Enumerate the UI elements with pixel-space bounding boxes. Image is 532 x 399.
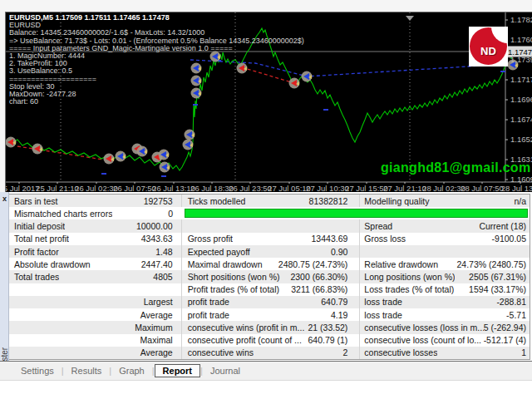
report-label: loss trade bbox=[360, 297, 402, 307]
report-row: Absolute drawdown2447.40Maximal drawdown… bbox=[9, 258, 530, 270]
report-label: Expected payoff bbox=[182, 247, 250, 257]
time-axis-label: 26 Jul 13:10 bbox=[152, 184, 195, 193]
report-row: Maximalconsecutive profit (count of ...6… bbox=[9, 334, 530, 347]
tab-settings[interactable]: Settings bbox=[13, 364, 62, 377]
report-value: 1.48 bbox=[155, 247, 180, 257]
report-row: Averageprofit trade4.19loss trade-5.71 bbox=[9, 308, 530, 321]
report-label: Short positions (won %) bbox=[182, 272, 280, 282]
report-cell-pair: Modelling qualityn/a bbox=[359, 195, 530, 207]
report-cell-pair: Long positions (won %)2505 (67.31%) bbox=[359, 270, 530, 283]
report-value: 4.19 bbox=[331, 310, 359, 320]
report-value: 1 bbox=[521, 347, 530, 357]
report-row: Profit trades (% of total)3211 (66.83%)L… bbox=[9, 283, 530, 296]
report-value: -9100.05 bbox=[492, 234, 530, 244]
report-label: consecutive losses (loss in m... bbox=[360, 323, 483, 332]
report-value: 21 (33.52) bbox=[308, 323, 359, 332]
report-cell-pair: Initial deposit10000.00 bbox=[9, 219, 181, 232]
report-cell-pair: loss trade-288.81 bbox=[359, 296, 530, 308]
time-axis-label: 27 Jul 10:30 bbox=[306, 184, 349, 193]
report-row: Total net profit4343.63Gross profit13443… bbox=[9, 233, 530, 245]
report-value: 2300 (66.30%) bbox=[290, 272, 359, 282]
report-cell-pair: Absolute drawdown2447.40 bbox=[9, 258, 181, 270]
report-row: Averageconsecutive wins2consecutive loss… bbox=[9, 347, 530, 359]
time-axis-label: 25 Jul 2017 bbox=[6, 184, 40, 193]
report-value: 192753 bbox=[144, 196, 181, 206]
report-label: profit trade bbox=[182, 297, 229, 307]
tester-side-strip: x Tester bbox=[0, 192, 9, 380]
report-label: Spread bbox=[360, 221, 392, 231]
report-cell-pair: Expected payoff0.90 bbox=[181, 245, 360, 258]
tester-panel: x Tester Bars in test192753Ticks modelle… bbox=[0, 192, 532, 399]
report-cell-pair: Profit factor1.48 bbox=[9, 245, 181, 258]
time-axis-label: 26 Jul 02:30 bbox=[75, 184, 118, 193]
report-cell-pair bbox=[9, 283, 181, 296]
report-cell-pair bbox=[359, 245, 530, 258]
report-value: 2480.75 (24.73%) bbox=[278, 259, 359, 269]
report-value: 0.90 bbox=[331, 247, 359, 257]
report-cell-pair: Relative drawdown24.73% (2480.75) bbox=[359, 258, 530, 270]
report-cell-pair: Total trades4805 bbox=[9, 270, 181, 283]
report-cell-pair: profit trade640.79 bbox=[181, 296, 360, 308]
report-cell-pair: consecutive wins2 bbox=[181, 347, 360, 359]
tab-report[interactable]: Report bbox=[155, 364, 200, 377]
report-label: consecutive profit (count of ... bbox=[182, 335, 302, 345]
tab-journal[interactable]: Journal bbox=[203, 364, 248, 377]
tester-tabbar: Settings|Results|Graph|Report|Journal bbox=[0, 361, 532, 380]
time-axis-label: 28 Jul 02:30 bbox=[422, 184, 466, 193]
report-row: Maximumconsecutive wins (profit in m...2… bbox=[9, 321, 530, 333]
chart-shift-triangle-icon bbox=[406, 16, 414, 21]
order-tick bbox=[323, 109, 328, 111]
modelling-quality-bar bbox=[185, 209, 528, 218]
report-label: Maximal drawdown bbox=[182, 259, 263, 269]
report-value: -5.71 bbox=[506, 310, 530, 320]
report-table: Bars in test192753Ticks modelled81382812… bbox=[9, 194, 530, 360]
email-watermark: gianghd81@gmail.com bbox=[381, 160, 530, 175]
price-axis-label: 1.17605 bbox=[510, 35, 532, 44]
report-value: 640.79 (1) bbox=[308, 335, 359, 345]
time-axis-label: 26 Jul 23:50 bbox=[229, 184, 272, 193]
report-cell-pair: consecutive profit (count of ...640.79 (… bbox=[181, 334, 360, 347]
time-axis-label: 25 Jul 21:10 bbox=[36, 184, 79, 193]
close-icon[interactable]: x bbox=[1, 195, 8, 203]
time-axis-label: 27 Jul 05:10 bbox=[268, 184, 311, 193]
report-cell-pair: Maximal bbox=[9, 334, 181, 347]
time-axis-label: 27 Jul 21:10 bbox=[383, 184, 426, 193]
report-cell-pair: Maximum bbox=[9, 321, 181, 333]
report-cell-pair: Gross loss-9100.05 bbox=[359, 233, 530, 245]
order-tick bbox=[500, 71, 505, 72]
report-cell-pair: loss trade-5.71 bbox=[359, 308, 530, 321]
report-cell-pair: SpreadCurrent (18) bbox=[359, 219, 530, 232]
report-label: Gross profit bbox=[182, 234, 233, 244]
report-label: Bars in test bbox=[9, 196, 58, 206]
report-value: Maximum bbox=[135, 323, 181, 332]
report-label: Ticks modelled bbox=[182, 196, 246, 206]
time-axis-label: 27 Jul 15:50 bbox=[345, 184, 388, 193]
report-cell-pair: Average bbox=[9, 347, 181, 359]
report-cell-pair: Ticks modelled81382812 bbox=[181, 195, 360, 207]
report-cell-pair bbox=[181, 219, 360, 232]
time-axis-label: 28 Jul 07:50 bbox=[461, 184, 504, 193]
report-label: profit trade bbox=[182, 310, 229, 320]
report-cell-pair: consecutive wins (profit in m...21 (33.5… bbox=[181, 321, 360, 333]
report-label: loss trade bbox=[360, 310, 402, 320]
report-cell-pair: Mismatched charts errors0 bbox=[9, 207, 181, 219]
tab-results[interactable]: Results bbox=[64, 364, 110, 377]
report-label: consecutive loss (count of lo... bbox=[360, 335, 481, 345]
mt4-strategy-tester-window: { "window": { "tester_label": "Tester", … bbox=[0, 0, 532, 399]
report-cell-pair: Total net profit4343.63 bbox=[9, 233, 181, 245]
report-label: Profit factor bbox=[9, 247, 59, 257]
report-label: Total trades bbox=[9, 272, 59, 282]
time-axis-label: 26 Jul 18:30 bbox=[190, 184, 234, 193]
ea-logo: ND bbox=[469, 27, 508, 66]
report-value: 13443.69 bbox=[312, 234, 360, 244]
report-label: Mismatched charts errors bbox=[9, 209, 112, 219]
tab-graph[interactable]: Graph bbox=[111, 364, 152, 377]
report-value: n/a bbox=[514, 196, 530, 206]
report-value: -512.17 (4) bbox=[484, 335, 530, 345]
report-value: Current (18) bbox=[479, 221, 530, 231]
ea-logo-text: ND bbox=[469, 45, 508, 57]
order-tick bbox=[161, 175, 166, 177]
report-value: 4343.63 bbox=[141, 234, 181, 244]
chart-window[interactable]: 1.178201.176051.173901.171751.169601.167… bbox=[5, 12, 532, 192]
report-value: 3211 (66.83%) bbox=[291, 284, 359, 294]
